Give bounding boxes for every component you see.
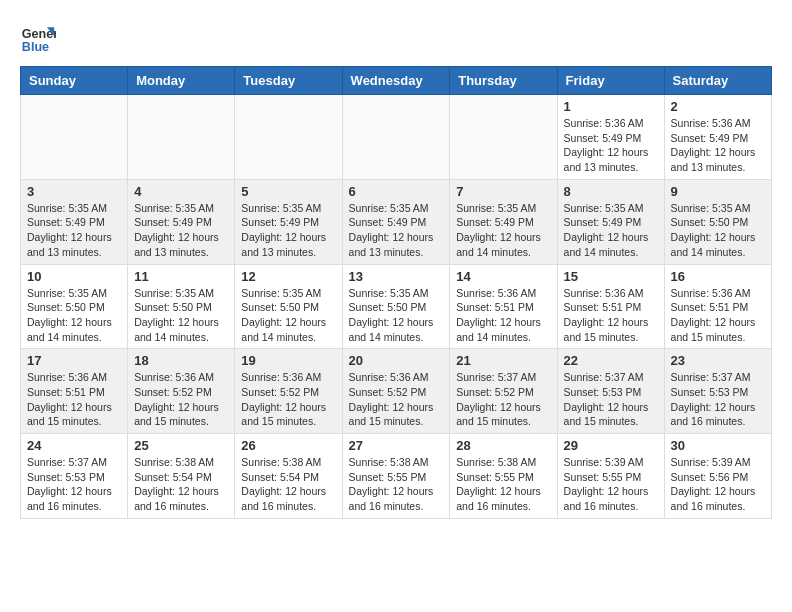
calendar-cell: 1Sunrise: 5:36 AM Sunset: 5:49 PM Daylig… <box>557 95 664 180</box>
calendar-cell <box>21 95 128 180</box>
day-number: 29 <box>564 438 658 453</box>
day-info: Sunrise: 5:37 AM Sunset: 5:53 PM Dayligh… <box>564 370 658 429</box>
day-info: Sunrise: 5:36 AM Sunset: 5:51 PM Dayligh… <box>456 286 550 345</box>
day-info: Sunrise: 5:36 AM Sunset: 5:52 PM Dayligh… <box>134 370 228 429</box>
calendar-cell: 4Sunrise: 5:35 AM Sunset: 5:49 PM Daylig… <box>128 179 235 264</box>
day-info: Sunrise: 5:35 AM Sunset: 5:50 PM Dayligh… <box>134 286 228 345</box>
weekday-header-tuesday: Tuesday <box>235 67 342 95</box>
calendar-cell <box>128 95 235 180</box>
day-number: 8 <box>564 184 658 199</box>
logo-icon: General Blue <box>20 20 56 56</box>
calendar-cell: 27Sunrise: 5:38 AM Sunset: 5:55 PM Dayli… <box>342 434 450 519</box>
day-number: 12 <box>241 269 335 284</box>
day-info: Sunrise: 5:36 AM Sunset: 5:51 PM Dayligh… <box>564 286 658 345</box>
calendar-cell: 8Sunrise: 5:35 AM Sunset: 5:49 PM Daylig… <box>557 179 664 264</box>
day-number: 10 <box>27 269 121 284</box>
day-number: 18 <box>134 353 228 368</box>
day-number: 14 <box>456 269 550 284</box>
day-info: Sunrise: 5:39 AM Sunset: 5:56 PM Dayligh… <box>671 455 765 514</box>
day-number: 2 <box>671 99 765 114</box>
day-number: 15 <box>564 269 658 284</box>
calendar-cell: 3Sunrise: 5:35 AM Sunset: 5:49 PM Daylig… <box>21 179 128 264</box>
day-info: Sunrise: 5:39 AM Sunset: 5:55 PM Dayligh… <box>564 455 658 514</box>
day-info: Sunrise: 5:35 AM Sunset: 5:49 PM Dayligh… <box>456 201 550 260</box>
calendar-cell: 11Sunrise: 5:35 AM Sunset: 5:50 PM Dayli… <box>128 264 235 349</box>
calendar-cell: 2Sunrise: 5:36 AM Sunset: 5:49 PM Daylig… <box>664 95 771 180</box>
calendar-cell: 17Sunrise: 5:36 AM Sunset: 5:51 PM Dayli… <box>21 349 128 434</box>
day-info: Sunrise: 5:35 AM Sunset: 5:49 PM Dayligh… <box>27 201 121 260</box>
calendar-cell: 14Sunrise: 5:36 AM Sunset: 5:51 PM Dayli… <box>450 264 557 349</box>
day-number: 23 <box>671 353 765 368</box>
logo: General Blue <box>20 20 60 56</box>
calendar-cell: 12Sunrise: 5:35 AM Sunset: 5:50 PM Dayli… <box>235 264 342 349</box>
calendar-header-row: SundayMondayTuesdayWednesdayThursdayFrid… <box>21 67 772 95</box>
calendar-cell: 19Sunrise: 5:36 AM Sunset: 5:52 PM Dayli… <box>235 349 342 434</box>
day-number: 7 <box>456 184 550 199</box>
day-number: 19 <box>241 353 335 368</box>
calendar-table: SundayMondayTuesdayWednesdayThursdayFrid… <box>20 66 772 519</box>
day-info: Sunrise: 5:38 AM Sunset: 5:54 PM Dayligh… <box>134 455 228 514</box>
calendar-week-row: 24Sunrise: 5:37 AM Sunset: 5:53 PM Dayli… <box>21 434 772 519</box>
day-info: Sunrise: 5:36 AM Sunset: 5:51 PM Dayligh… <box>671 286 765 345</box>
calendar-cell: 29Sunrise: 5:39 AM Sunset: 5:55 PM Dayli… <box>557 434 664 519</box>
calendar-cell: 13Sunrise: 5:35 AM Sunset: 5:50 PM Dayli… <box>342 264 450 349</box>
weekday-header-friday: Friday <box>557 67 664 95</box>
day-info: Sunrise: 5:37 AM Sunset: 5:53 PM Dayligh… <box>27 455 121 514</box>
day-info: Sunrise: 5:38 AM Sunset: 5:55 PM Dayligh… <box>456 455 550 514</box>
calendar-cell: 15Sunrise: 5:36 AM Sunset: 5:51 PM Dayli… <box>557 264 664 349</box>
calendar-cell: 16Sunrise: 5:36 AM Sunset: 5:51 PM Dayli… <box>664 264 771 349</box>
day-number: 24 <box>27 438 121 453</box>
day-info: Sunrise: 5:36 AM Sunset: 5:52 PM Dayligh… <box>241 370 335 429</box>
day-info: Sunrise: 5:35 AM Sunset: 5:50 PM Dayligh… <box>349 286 444 345</box>
calendar-cell: 30Sunrise: 5:39 AM Sunset: 5:56 PM Dayli… <box>664 434 771 519</box>
weekday-header-thursday: Thursday <box>450 67 557 95</box>
day-number: 13 <box>349 269 444 284</box>
day-number: 4 <box>134 184 228 199</box>
day-info: Sunrise: 5:37 AM Sunset: 5:53 PM Dayligh… <box>671 370 765 429</box>
day-number: 28 <box>456 438 550 453</box>
calendar-cell: 7Sunrise: 5:35 AM Sunset: 5:49 PM Daylig… <box>450 179 557 264</box>
day-info: Sunrise: 5:36 AM Sunset: 5:51 PM Dayligh… <box>27 370 121 429</box>
calendar-cell: 25Sunrise: 5:38 AM Sunset: 5:54 PM Dayli… <box>128 434 235 519</box>
day-info: Sunrise: 5:35 AM Sunset: 5:49 PM Dayligh… <box>241 201 335 260</box>
calendar-cell: 5Sunrise: 5:35 AM Sunset: 5:49 PM Daylig… <box>235 179 342 264</box>
day-number: 3 <box>27 184 121 199</box>
calendar-cell: 20Sunrise: 5:36 AM Sunset: 5:52 PM Dayli… <box>342 349 450 434</box>
calendar-cell: 9Sunrise: 5:35 AM Sunset: 5:50 PM Daylig… <box>664 179 771 264</box>
calendar-cell: 21Sunrise: 5:37 AM Sunset: 5:52 PM Dayli… <box>450 349 557 434</box>
day-number: 20 <box>349 353 444 368</box>
day-number: 27 <box>349 438 444 453</box>
day-number: 22 <box>564 353 658 368</box>
day-info: Sunrise: 5:35 AM Sunset: 5:50 PM Dayligh… <box>241 286 335 345</box>
page-header: General Blue <box>20 20 772 56</box>
calendar-cell: 6Sunrise: 5:35 AM Sunset: 5:49 PM Daylig… <box>342 179 450 264</box>
day-info: Sunrise: 5:38 AM Sunset: 5:54 PM Dayligh… <box>241 455 335 514</box>
day-number: 30 <box>671 438 765 453</box>
weekday-header-saturday: Saturday <box>664 67 771 95</box>
calendar-cell <box>450 95 557 180</box>
calendar-cell <box>235 95 342 180</box>
day-number: 21 <box>456 353 550 368</box>
calendar-week-row: 10Sunrise: 5:35 AM Sunset: 5:50 PM Dayli… <box>21 264 772 349</box>
day-info: Sunrise: 5:36 AM Sunset: 5:52 PM Dayligh… <box>349 370 444 429</box>
svg-text:Blue: Blue <box>22 40 49 54</box>
day-info: Sunrise: 5:36 AM Sunset: 5:49 PM Dayligh… <box>671 116 765 175</box>
calendar-cell: 10Sunrise: 5:35 AM Sunset: 5:50 PM Dayli… <box>21 264 128 349</box>
weekday-header-monday: Monday <box>128 67 235 95</box>
calendar-week-row: 1Sunrise: 5:36 AM Sunset: 5:49 PM Daylig… <box>21 95 772 180</box>
day-number: 17 <box>27 353 121 368</box>
day-info: Sunrise: 5:38 AM Sunset: 5:55 PM Dayligh… <box>349 455 444 514</box>
calendar-cell: 28Sunrise: 5:38 AM Sunset: 5:55 PM Dayli… <box>450 434 557 519</box>
day-number: 5 <box>241 184 335 199</box>
day-info: Sunrise: 5:35 AM Sunset: 5:50 PM Dayligh… <box>27 286 121 345</box>
calendar-cell: 23Sunrise: 5:37 AM Sunset: 5:53 PM Dayli… <box>664 349 771 434</box>
day-number: 25 <box>134 438 228 453</box>
day-info: Sunrise: 5:35 AM Sunset: 5:49 PM Dayligh… <box>564 201 658 260</box>
day-info: Sunrise: 5:37 AM Sunset: 5:52 PM Dayligh… <box>456 370 550 429</box>
day-info: Sunrise: 5:35 AM Sunset: 5:50 PM Dayligh… <box>671 201 765 260</box>
day-info: Sunrise: 5:36 AM Sunset: 5:49 PM Dayligh… <box>564 116 658 175</box>
day-number: 6 <box>349 184 444 199</box>
day-number: 16 <box>671 269 765 284</box>
day-info: Sunrise: 5:35 AM Sunset: 5:49 PM Dayligh… <box>134 201 228 260</box>
calendar-cell <box>342 95 450 180</box>
